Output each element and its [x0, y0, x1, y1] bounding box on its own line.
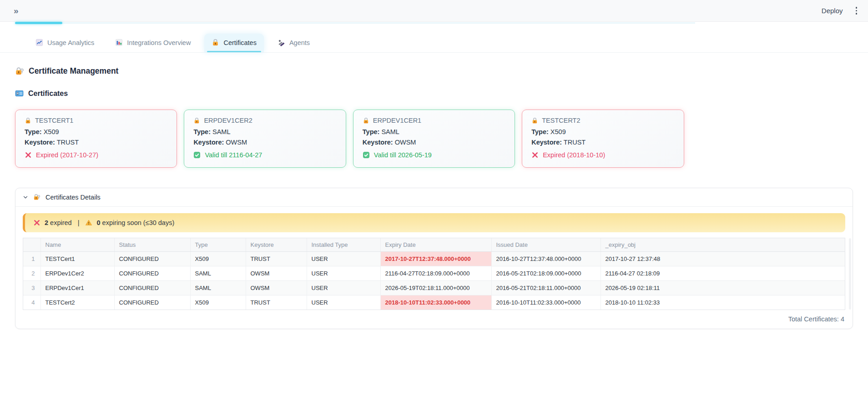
certificate-keystore: Keystore: TRUST	[531, 139, 674, 146]
certificate-name: ERPDEV1CER2	[204, 117, 252, 124]
cell-expiry-date: 2026-05-19T02:18:11.000+0000	[380, 281, 491, 295]
tab-certificates[interactable]: Certificates	[204, 34, 264, 52]
table-header-row: Name Status Type Keystore Installed Type…	[23, 238, 845, 252]
cell-expiry-obj: 2018-10-10 11:02:33	[601, 295, 845, 310]
cell-type: X509	[190, 295, 246, 310]
cell-keystore: OWSM	[246, 266, 307, 281]
cell-expiry-obj: 2116-04-27 02:18:09	[601, 266, 845, 281]
col-index[interactable]	[23, 238, 40, 252]
certificates-details-panel: Certificates Details 2 expired | 0 expir…	[15, 188, 853, 329]
cell-status: CONFIGURED	[114, 281, 190, 295]
tab-usage-analytics[interactable]: Usage Analytics	[28, 34, 101, 52]
col-name[interactable]: Name	[40, 238, 114, 252]
cell-issued-date: 2016-10-27T12:37:48.000+0000	[491, 252, 601, 266]
cell-name: TESTCert1	[40, 252, 114, 266]
table-row[interactable]: 2 ERPDev1Cer2 CONFIGURED SAML OWSM USER …	[23, 266, 845, 281]
col-expiry-date[interactable]: Expiry Date	[380, 238, 491, 252]
expiring-count: 0	[96, 219, 100, 226]
col-expiry-obj[interactable]: _expiry_obj	[601, 238, 845, 252]
tab-label: Certificates	[223, 39, 257, 46]
cell-status: CONFIGURED	[114, 266, 190, 281]
separator: |	[78, 219, 80, 226]
certificate-name: ERPDEV1CER1	[373, 117, 421, 124]
details-title: Certificates Details	[45, 194, 101, 201]
certificate-status: Expired (2017-10-27)	[25, 151, 167, 159]
certificate-type: Type: X509	[25, 128, 167, 135]
row-index: 2	[23, 266, 40, 281]
col-status[interactable]: Status	[114, 238, 190, 252]
certificate-status: Valid till 2116-04-27	[193, 151, 336, 159]
row-index: 4	[23, 295, 40, 310]
certificate-card[interactable]: ERPDEV1CER1 Type: SAML Keystore: OWSM Va…	[353, 110, 515, 168]
cell-issued-date: 2016-05-21T02:18:09.000+0000	[491, 266, 601, 281]
check-icon	[193, 151, 201, 159]
certificate-card[interactable]: ERPDEV1CER2 Type: SAML Keystore: OWSM Va…	[184, 110, 346, 168]
cell-installed-type: USER	[307, 281, 380, 295]
cross-icon	[33, 219, 40, 226]
col-type[interactable]: Type	[190, 238, 246, 252]
cell-type: SAML	[190, 266, 246, 281]
col-installed-type[interactable]: Installed Type	[307, 238, 380, 252]
table-scrollbar[interactable]	[849, 238, 851, 310]
certificate-keystore: Keystore: TRUST	[25, 139, 167, 146]
certificate-keystore: Keystore: OWSM	[193, 139, 336, 146]
tools-icon	[278, 39, 285, 46]
lock-icon	[193, 117, 200, 124]
line-chart-icon	[35, 39, 43, 46]
cell-keystore: TRUST	[246, 295, 307, 310]
row-index: 1	[23, 252, 40, 266]
bar-chart-icon	[115, 39, 123, 46]
lock-icon	[531, 117, 538, 124]
tab-label: Integrations Overview	[127, 39, 191, 46]
details-collapse-header[interactable]: Certificates Details	[15, 188, 853, 207]
deploy-button[interactable]: Deploy	[822, 7, 843, 15]
certificates-table: Name Status Type Keystore Installed Type…	[23, 238, 845, 310]
expiring-text: expiring soon (≤30 days)	[102, 219, 175, 226]
col-keystore[interactable]: Keystore	[246, 238, 307, 252]
page-title: Certificate Management	[15, 66, 868, 76]
cell-type: SAML	[190, 281, 246, 295]
check-icon	[363, 151, 370, 159]
tab-agents[interactable]: Agents	[270, 34, 317, 52]
cell-installed-type: USER	[307, 252, 380, 266]
lock-icon	[25, 117, 31, 124]
cell-expiry-date: 2017-10-27T12:37:48.000+0000	[380, 252, 491, 266]
table-row[interactable]: 3 ERPDev1Cer1 CONFIGURED SAML OWSM USER …	[23, 281, 845, 295]
cell-name: ERPDev1Cer2	[40, 266, 114, 281]
kebab-menu-icon[interactable]	[853, 5, 860, 16]
cell-expiry-date: 2116-04-27T02:18:09.000+0000	[380, 266, 491, 281]
cell-keystore: TRUST	[246, 252, 307, 266]
certificate-type: Type: X509	[531, 128, 674, 135]
certificate-type: Type: SAML	[363, 128, 505, 135]
total-certificates: Total Certificates: 4	[15, 310, 853, 329]
cell-expiry-obj: 2017-10-27 12:37:48	[601, 252, 845, 266]
cell-issued-date: 2016-05-21T02:18:11.000+0000	[491, 281, 601, 295]
section-title-text: Certificates	[28, 90, 68, 98]
lock-key-icon	[15, 67, 24, 76]
certificate-name: TESTCERT2	[542, 117, 580, 124]
collapse-sidebar-icon[interactable]: »	[14, 6, 18, 16]
certificate-card[interactable]: TESTCERT2 Type: X509 Keystore: TRUST Exp…	[522, 110, 684, 168]
certificate-cards: TESTCERT1 Type: X509 Keystore: TRUST Exp…	[15, 110, 853, 168]
table-row[interactable]: 4 TESTCert2 CONFIGURED X509 TRUST USER 2…	[23, 295, 845, 310]
lock-icon	[363, 117, 369, 124]
row-index: 3	[23, 281, 40, 295]
scroll-indicator	[0, 22, 868, 25]
cell-keystore: OWSM	[246, 281, 307, 295]
cell-name: ERPDev1Cer1	[40, 281, 114, 295]
lock-icon	[212, 39, 219, 46]
cell-type: X509	[190, 252, 246, 266]
scroll-indicator-thumb[interactable]	[15, 22, 62, 24]
cell-status: CONFIGURED	[114, 252, 190, 266]
certificate-card[interactable]: TESTCERT1 Type: X509 Keystore: TRUST Exp…	[15, 110, 177, 168]
page-title-text: Certificate Management	[29, 66, 118, 76]
expiry-warning-banner: 2 expired | 0 expiring soon (≤30 days)	[23, 213, 845, 232]
certificate-type: Type: SAML	[193, 128, 336, 135]
col-issued-date[interactable]: Issued Date	[491, 238, 601, 252]
scroll-indicator-track	[15, 22, 695, 24]
certificate-name: TESTCERT1	[35, 117, 73, 124]
table-row[interactable]: 1 TESTCert1 CONFIGURED X509 TRUST USER 2…	[23, 252, 845, 266]
tab-label: Usage Analytics	[47, 39, 94, 46]
tab-integrations-overview[interactable]: Integrations Overview	[108, 34, 198, 52]
cross-icon	[531, 151, 539, 159]
